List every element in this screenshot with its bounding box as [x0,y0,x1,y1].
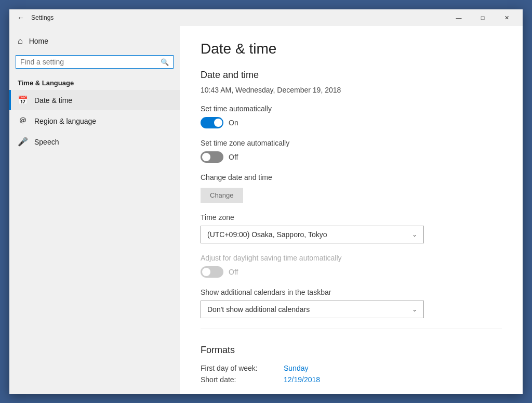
set-time-auto-toggle[interactable] [201,117,223,128]
toggle-thumb-3 [202,268,210,276]
minimize-button[interactable]: — [447,9,471,26]
main-area: ⌂ Home 🔍 Time & Language 📅 Date & time ＠… [9,26,523,394]
sidebar-item-date-time[interactable]: 📅 Date & time [9,90,180,110]
set-timezone-auto-state: Off [229,153,238,161]
titlebar: ← Settings — □ ✕ [9,9,523,26]
content-area: Date & time Date and time 10:43 AM, Wedn… [180,26,523,394]
sidebar-item-speech-label: Speech [34,138,59,146]
date-time-section-title: Date and time [201,70,502,81]
formats-row-1: Short date: 12/19/2018 [201,375,502,384]
sidebar-item-date-time-label: Date & time [34,96,72,105]
set-time-auto-label: Set time automatically [201,105,502,113]
close-button[interactable]: ✕ [495,9,518,26]
change-datetime-label: Change date and time [201,173,502,181]
formats-value-0: Sunday [284,364,308,372]
show-calendars-row: Show additional calendars in the taskbar… [201,288,502,318]
search-input[interactable] [20,58,161,66]
sidebar-item-home[interactable]: ⌂ Home [9,31,180,51]
time-zone-label: Time zone [201,213,502,222]
set-time-auto-toggle-row: On [201,117,502,128]
search-icon: 🔍 [161,58,169,66]
region-language-icon: ＠ [18,115,28,126]
set-time-auto-row: Set time automatically On [201,105,502,128]
adjust-daylight-toggle-row: Off [201,266,502,278]
set-timezone-auto-row: Set time zone automatically Off [201,139,502,163]
chevron-down-icon-2: ⌄ [412,306,417,313]
sidebar: ⌂ Home 🔍 Time & Language 📅 Date & time ＠… [9,26,180,394]
date-time-icon: 📅 [18,95,28,105]
change-datetime-row: Change date and time Change [201,173,502,203]
set-timezone-auto-toggle[interactable] [201,151,223,163]
sidebar-item-region-language-label: Region & language [34,117,96,125]
adjust-daylight-label: Adjust for daylight saving time automati… [201,254,502,262]
sidebar-item-speech[interactable]: 🎤 Speech [9,132,180,152]
page-title: Date & time [201,41,502,57]
set-timezone-auto-toggle-row: Off [201,151,502,163]
sidebar-home-label: Home [29,37,48,45]
titlebar-title: Settings [31,14,447,21]
set-time-auto-state: On [229,119,238,127]
time-zone-dropdown[interactable]: (UTC+09:00) Osaka, Sapporo, Tokyo ⌄ [201,226,424,243]
set-timezone-auto-label: Set time zone automatically [201,139,502,147]
sidebar-section-label: Time & Language [9,73,180,90]
toggle-thumb-2 [202,153,210,161]
adjust-daylight-state: Off [229,268,238,276]
current-datetime: 10:43 AM, Wednesday, December 19, 2018 [201,86,502,94]
formats-value-1: 12/19/2018 [284,375,320,384]
maximize-button[interactable]: □ [471,9,495,26]
formats-key-1: Short date: [201,375,284,384]
show-calendars-dropdown[interactable]: Don't show additional calendars ⌄ [201,301,424,318]
home-icon: ⌂ [18,36,23,46]
back-button[interactable]: ← [14,10,28,25]
change-button[interactable]: Change [201,188,243,203]
speech-icon: 🎤 [18,137,28,147]
time-zone-row: Time zone (UTC+09:00) Osaka, Sapporo, To… [201,213,502,243]
sidebar-item-region-language[interactable]: ＠ Region & language [9,110,180,132]
formats-title: Formats [201,345,502,356]
adjust-daylight-row: Adjust for daylight saving time automati… [201,254,502,278]
formats-key-0: First day of week: [201,364,284,372]
chevron-down-icon: ⌄ [412,231,417,238]
settings-window: ← Settings — □ ✕ ⌂ Home 🔍 Time & Languag… [9,9,523,394]
adjust-daylight-toggle [201,266,223,278]
section-divider [201,329,502,329]
time-zone-value: (UTC+09:00) Osaka, Sapporo, Tokyo [207,230,327,239]
toggle-thumb [214,119,222,127]
show-calendars-value: Don't show additional calendars [207,305,310,314]
search-box[interactable]: 🔍 [16,55,174,69]
formats-section: Formats First day of week: Sunday Short … [201,345,502,384]
show-calendars-label: Show additional calendars in the taskbar [201,288,502,296]
formats-row-0: First day of week: Sunday [201,364,502,372]
titlebar-controls: — □ ✕ [447,9,518,26]
